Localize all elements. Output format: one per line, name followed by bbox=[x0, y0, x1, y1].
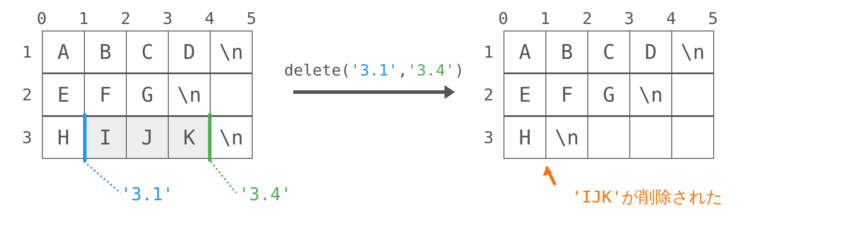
col-label: 1 bbox=[79, 9, 121, 28]
cell: \n bbox=[546, 117, 588, 158]
col-headers-left: 0 1 2 3 4 5 bbox=[42, 9, 269, 28]
fn-arg2: '3.4' bbox=[407, 61, 455, 79]
cell: B bbox=[546, 31, 588, 73]
row-label: 3 bbox=[479, 128, 498, 147]
cell bbox=[588, 117, 630, 158]
cell: C bbox=[126, 31, 168, 73]
cell: F bbox=[546, 74, 588, 116]
row-label: 1 bbox=[479, 42, 498, 62]
col-label: 2 bbox=[582, 9, 624, 28]
cell: G bbox=[588, 74, 630, 116]
cell-highlight: K bbox=[168, 117, 210, 158]
col-label: 4 bbox=[666, 9, 708, 28]
col-label: 1 bbox=[540, 9, 582, 28]
col-label: 5 bbox=[708, 9, 719, 28]
col-headers-right: 0 1 2 3 4 5 bbox=[503, 9, 724, 28]
cursor-start-label: '3.1' bbox=[121, 184, 173, 204]
cell: \n bbox=[210, 31, 252, 73]
cell: \n bbox=[672, 31, 714, 73]
after-grid: 0 1 2 3 4 5 1 A B C D \n 2 E F G \n 3 H … bbox=[479, 9, 724, 207]
cell: G bbox=[126, 74, 168, 116]
arrow-icon bbox=[293, 83, 455, 101]
cell-highlight: I bbox=[84, 117, 126, 158]
svg-line-1 bbox=[211, 161, 236, 193]
cell: D bbox=[630, 31, 672, 73]
cell: \n bbox=[210, 117, 252, 158]
cell-highlight: J bbox=[126, 117, 168, 158]
operation-arrow: delete('3.1','3.4') bbox=[287, 9, 462, 101]
cell: E bbox=[42, 74, 84, 116]
row-label: 2 bbox=[479, 85, 498, 104]
before-grid: 0 1 2 3 4 5 1 A B C D \n 2 E F G \n 3 H … bbox=[17, 9, 269, 207]
cell: B bbox=[84, 31, 126, 73]
fn-sep: , bbox=[398, 61, 407, 79]
cell: \n bbox=[168, 74, 210, 116]
col-label: 3 bbox=[163, 9, 205, 28]
cursor-labels: '3.1' '3.4' bbox=[42, 159, 269, 207]
fn-name: delete( bbox=[284, 61, 351, 79]
cell: F bbox=[84, 74, 126, 116]
fn-arg1: '3.1' bbox=[351, 61, 398, 79]
cell: A bbox=[504, 31, 546, 73]
cell: \n bbox=[630, 74, 672, 116]
cell bbox=[672, 74, 714, 116]
svg-line-0 bbox=[84, 161, 121, 193]
row-label: 3 bbox=[17, 128, 37, 147]
col-label: 5 bbox=[247, 9, 257, 28]
function-call: delete('3.1','3.4') bbox=[284, 61, 464, 79]
cell: E bbox=[504, 74, 546, 116]
col-label: 4 bbox=[205, 9, 247, 28]
cell bbox=[630, 117, 672, 158]
cell: A bbox=[42, 31, 84, 73]
cell bbox=[210, 74, 252, 116]
cell: C bbox=[588, 31, 630, 73]
row-label: 2 bbox=[17, 85, 37, 104]
col-label: 2 bbox=[121, 9, 163, 28]
col-label: 0 bbox=[498, 9, 540, 28]
cell bbox=[672, 117, 714, 158]
cell: H bbox=[504, 117, 546, 158]
col-label: 3 bbox=[624, 9, 666, 28]
cell: H bbox=[42, 117, 84, 158]
result-annotation: 'IJK'が削除された bbox=[552, 175, 723, 208]
row-label: 1 bbox=[17, 42, 37, 62]
cell: D bbox=[168, 31, 210, 73]
col-label: 0 bbox=[37, 9, 79, 28]
cursor-end-label: '3.4' bbox=[239, 184, 291, 204]
fn-close: ) bbox=[455, 61, 464, 79]
